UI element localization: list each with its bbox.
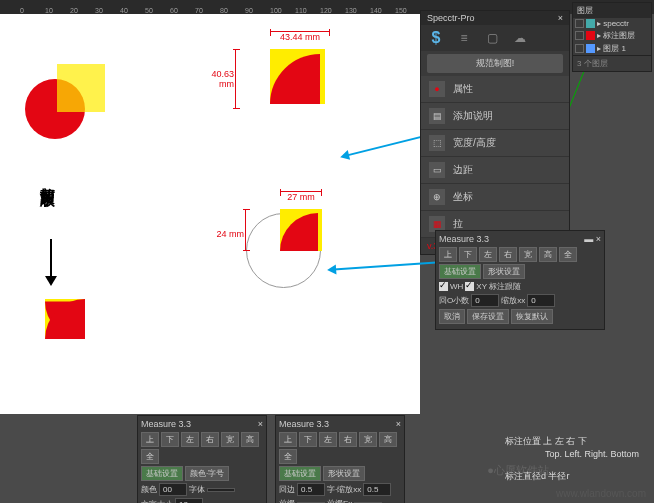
width-dimension: 43.44 mm: [270, 31, 330, 42]
dir-button[interactable]: 上: [141, 432, 159, 447]
specctr-panel[interactable]: Specctr-Pro× $ ≡ ▢ ☁ 规范制图! ●属性▤添加说明⬚宽度/高…: [420, 10, 570, 255]
visibility-icon[interactable]: [575, 31, 584, 40]
wh-checkbox[interactable]: [439, 282, 448, 291]
panel-title[interactable]: Measure 3.3: [279, 419, 329, 429]
xy-checkbox[interactable]: [465, 282, 474, 291]
measured-shape-2[interactable]: 27 mm 24 mm: [280, 209, 322, 251]
basic-tab[interactable]: 基础设置: [141, 466, 183, 481]
dir-button[interactable]: 高: [241, 432, 259, 447]
size-input[interactable]: 12: [175, 498, 203, 503]
box-icon[interactable]: ▢: [481, 29, 503, 47]
down-arrow-icon: [50, 239, 52, 284]
measure-panel-main[interactable]: Measure 3.3▬ × 上下左右宽高全 基础设置形状设置 WH XY 标注…: [435, 230, 605, 330]
dir-button[interactable]: 下: [161, 432, 179, 447]
dir-button[interactable]: 全: [559, 247, 577, 262]
dir-button[interactable]: 下: [299, 432, 317, 447]
action-button[interactable]: 恢复默认: [511, 309, 553, 324]
panel-title[interactable]: Measure 3.3: [141, 419, 191, 429]
layer-row[interactable]: ▸ specctr: [573, 18, 651, 29]
clip-result-shape[interactable]: [45, 299, 85, 339]
height-dimension: 40.63 mm: [235, 49, 236, 109]
scale-input[interactable]: 0: [527, 294, 555, 307]
dir-button[interactable]: 右: [201, 432, 219, 447]
close-icon[interactable]: ×: [258, 419, 263, 429]
dir-button[interactable]: 右: [499, 247, 517, 262]
font-input[interactable]: [207, 488, 235, 492]
dir-button[interactable]: 宽: [519, 247, 537, 262]
yellow-square[interactable]: [57, 64, 105, 112]
dir-button[interactable]: 宽: [359, 432, 377, 447]
action-button[interactable]: 保存设置: [467, 309, 509, 324]
specctr-item-2[interactable]: ⬚宽度/高度: [421, 130, 569, 157]
colorfont-tab[interactable]: 颜色·字号: [185, 466, 229, 481]
layer-count: 3 个图层: [573, 55, 651, 71]
basic-tab[interactable]: 基础设置: [279, 466, 321, 481]
color-input[interactable]: 00: [159, 483, 187, 496]
dir-button[interactable]: 全: [279, 449, 297, 464]
style-tab[interactable]: 形状设置: [323, 466, 365, 481]
clip-mask-label: 剪切蒙版: [38, 174, 57, 182]
width-dimension-2: 27 mm: [280, 191, 322, 202]
close-icon[interactable]: ×: [558, 13, 563, 23]
height-dimension-2: 24 mm: [245, 209, 246, 251]
close-icon[interactable]: ▬ ×: [584, 234, 601, 244]
dir-button[interactable]: 下: [459, 247, 477, 262]
watermark-url: www.wlandown.com: [556, 488, 646, 499]
generate-button[interactable]: 规范制图!: [427, 54, 563, 73]
visibility-icon[interactable]: [575, 19, 584, 28]
visibility-icon[interactable]: [575, 44, 584, 53]
dir-button[interactable]: 宽: [221, 432, 239, 447]
style-tab[interactable]: 形状设置: [483, 264, 525, 279]
layers-panel[interactable]: 图层 ▸ specctr▸ 标注图层▸ 图层 1 3 个图层: [572, 2, 652, 72]
round-input[interactable]: 0: [471, 294, 499, 307]
dir-button[interactable]: 上: [279, 432, 297, 447]
layer-row[interactable]: ▸ 标注图层: [573, 29, 651, 42]
panel-title[interactable]: Specctr-Pro×: [421, 11, 569, 25]
specctr-logo-icon[interactable]: $: [425, 29, 447, 47]
panel-title[interactable]: 图层: [573, 3, 651, 18]
measured-shape-1[interactable]: 43.44 mm 40.63 mm: [270, 49, 325, 104]
dir-button[interactable]: 左: [479, 247, 497, 262]
word-input[interactable]: 0.5: [363, 483, 391, 496]
dir-button[interactable]: 右: [339, 432, 357, 447]
specctr-item-0[interactable]: ●属性: [421, 76, 569, 103]
basic-tab[interactable]: 基础设置: [439, 264, 481, 279]
artboard[interactable]: 剪切蒙版 43.44 mm 40.63 mm 27 mm 24 mm: [0, 14, 420, 414]
list-icon[interactable]: ≡: [453, 29, 475, 47]
cloud-icon[interactable]: ☁: [509, 29, 531, 47]
dir-button[interactable]: 全: [141, 449, 159, 464]
watermark-logo: ●心愿软件站: [487, 463, 549, 478]
dir-button[interactable]: 上: [439, 247, 457, 262]
dir-button[interactable]: 高: [539, 247, 557, 262]
specctr-item-3[interactable]: ▭边距: [421, 157, 569, 184]
dir-button[interactable]: 左: [319, 432, 337, 447]
edge-input[interactable]: 0.5: [297, 483, 325, 496]
measure-panel-3[interactable]: Measure 3.3× 上下左右宽高全 基础设置形状设置 回边0.5 字·缩放…: [275, 415, 405, 503]
dir-button[interactable]: 左: [181, 432, 199, 447]
dir-button[interactable]: 高: [379, 432, 397, 447]
layer-row[interactable]: ▸ 图层 1: [573, 42, 651, 55]
panel-title[interactable]: Measure 3.3: [439, 234, 489, 244]
action-button[interactable]: 取消: [439, 309, 465, 324]
specctr-item-4[interactable]: ⊕坐标: [421, 184, 569, 211]
measure-panel-2[interactable]: Measure 3.3× 上下左右宽高全 基础设置颜色·字号 颜色00 字体 文…: [137, 415, 267, 503]
close-icon[interactable]: ×: [396, 419, 401, 429]
specctr-item-1[interactable]: ▤添加说明: [421, 103, 569, 130]
